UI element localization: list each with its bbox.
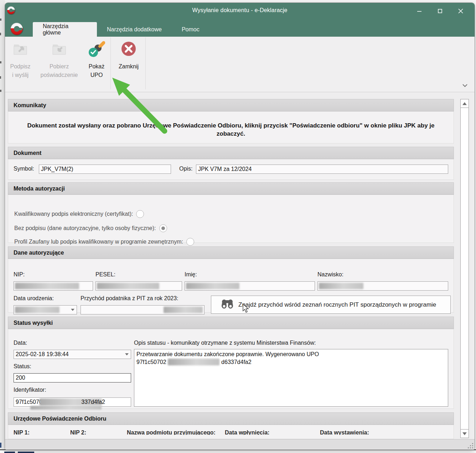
arrow-down-icon [462, 432, 467, 435]
section-header: Dokument [8, 147, 454, 159]
section-header: Komunikaty [8, 99, 454, 111]
tab-narzedzia-glowne[interactable]: Narzędzia główne [33, 22, 97, 37]
podpisz-i-wyslij-button[interactable]: Podpisz i wyślij [5, 38, 36, 89]
folder-receive-icon [51, 41, 68, 58]
data-label: Data: [14, 340, 27, 346]
chevron-down-icon [125, 353, 129, 355]
maximize-button[interactable] [430, 5, 450, 17]
section-title: Dokument [14, 150, 41, 156]
pobierz-poswiadczenie-button[interactable]: Pobierz poświadczenie [37, 38, 81, 89]
radio-label-bez-podpisu: Bez podpisu (dane autoryzacyjne, tylko o… [14, 225, 156, 231]
komunikaty-message: Dokument został wysłany oraz pobrano Urz… [17, 121, 445, 138]
identyfikator-label: Identyfikator: [14, 387, 46, 393]
identyfikator-suffix: 337d4fa2 [81, 399, 105, 405]
minimize-button[interactable] [409, 5, 430, 17]
ribbon-separator [145, 37, 146, 89]
section-upo: Urzędowe Poświadczenie Odbioru NIP 1: NI… [8, 412, 454, 439]
scroll-up-button[interactable] [460, 99, 469, 108]
znajdz-przychod-button[interactable]: Znajdź przychód wśród zeznań rocznych PI… [211, 296, 451, 314]
opis-statusu-line1: Przetwarzanie dokumentu zakończone popra… [136, 350, 446, 358]
radio-label-profil-zaufany: Profil Zaufany lub podpis kwalifikowany … [14, 239, 183, 245]
redacted-smudge [30, 406, 102, 410]
section-header: Urzędowe Poświadczenie Odbioru [8, 412, 454, 425]
pesel-field[interactable] [95, 281, 182, 291]
background-window-bottom [0, 449, 476, 453]
ribbon-tabs: Narzędzia główne Narzędzia dodatkowe Pom… [33, 22, 209, 37]
imie-label: Imię: [185, 271, 197, 278]
close-button[interactable] [450, 5, 471, 17]
binoculars-icon [221, 298, 234, 311]
upo-id-prefix: 97f1c50702 [136, 359, 166, 365]
app-window: Wysyłanie dokumentu - e-Deklaracje Narzę… [5, 3, 475, 449]
status-label: Status: [14, 363, 31, 370]
section-header: Status wysyłki [8, 317, 454, 329]
identyfikator-field[interactable]: 97f1c5070 337d4fa2 [14, 397, 131, 407]
ribbon: Podpisz i wyślij Pobierz poświadczenie [5, 37, 475, 92]
opis-statusu-label: Opis statusu - komunikaty otrzymane z sy… [134, 340, 316, 346]
tab-narzedzia-dodatkowe[interactable]: Narzędzia dodatkowe [97, 22, 172, 37]
folder-send-icon [12, 41, 29, 58]
radio-label-certyfikat: Kwalifikowany podpis elektroniczny (cert… [14, 211, 133, 217]
section-title: Dane autoryzujące [14, 250, 64, 256]
section-title: Komunikaty [14, 102, 46, 109]
section-dokument: Dokument Symbol: JPK_V7M(2) Opis: JPK V7… [8, 147, 454, 180]
opis-statusu-line2: 97f1c50702 d6337d4fa2 [136, 358, 446, 366]
upo-col-nip2: NIP 2: [70, 429, 86, 435]
section-dane-autoryzujace: Dane autoryzujące NIP: PESEL: Imię: Nazw… [8, 246, 454, 313]
scrollbar-track[interactable] [460, 108, 469, 429]
radio-profil-zaufany[interactable] [186, 238, 194, 246]
imie-field[interactable] [185, 281, 315, 291]
upo-col-nazwa: Nazwa podmiotu przyjmującego: [127, 429, 216, 435]
section-title: Urzędowe Poświadczenie Odbioru [14, 416, 107, 422]
radio-bez-podpisu[interactable] [159, 224, 167, 232]
nazwisko-field[interactable] [317, 281, 448, 291]
section-title: Metoda autoryzacji [14, 186, 65, 192]
nip-label: NIP: [14, 271, 25, 278]
window-title: Wysyłanie dokumentu - e-Deklaracje [5, 7, 475, 14]
opis-label: Opis: [179, 166, 192, 172]
data-urodzenia-combobox[interactable] [14, 305, 77, 314]
chevron-down-icon [71, 309, 74, 311]
statusbar [5, 439, 475, 450]
radio-certyfikat[interactable] [136, 210, 144, 218]
przychod-field[interactable] [81, 305, 205, 314]
identyfikator-prefix: 97f1c5070 [16, 399, 42, 405]
upo-col-data-wystawienia: Data wystawienia: [320, 429, 369, 435]
vertical-scrollbar[interactable] [460, 99, 469, 438]
opis-field[interactable]: JPK V7M za 12/2024 [196, 165, 448, 174]
section-header: Dane autoryzujące [8, 246, 454, 259]
background-window-sliver [0, 0, 5, 453]
pesel-label: PESEL: [95, 271, 115, 278]
resize-grip[interactable] [467, 443, 473, 448]
tab-pomoc[interactable]: Pomoc [172, 22, 209, 37]
collapse-ribbon-icon[interactable] [460, 82, 470, 88]
upo-column-headers: NIP 1: NIP 2: Nazwa podmiotu przyjmujące… [8, 429, 454, 435]
upo-col-data-wplyniecia: Data wpłynięcia: [225, 429, 269, 435]
file-menu-button[interactable] [11, 23, 23, 35]
section-header: Metoda autoryzacji [8, 182, 454, 195]
section-metoda-autoryzacji: Metoda autoryzacji Kwalifikowany podpis … [8, 182, 454, 243]
pokaz-upo-button[interactable]: Pokaż UPO [84, 38, 109, 89]
arrow-up-icon [462, 102, 467, 105]
symbol-label: Symbol: [14, 166, 34, 172]
data-urodzenia-label: Data urodzenia: [14, 295, 54, 302]
opis-statusu-textarea[interactable]: Przetwarzanie dokumentu zakończone popra… [134, 349, 448, 407]
znajdz-przychod-label: Znajdź przychód wśród zeznań rocznych PI… [238, 301, 436, 308]
data-value: 2025-02-18 19:38:44 [16, 351, 69, 358]
nazwisko-label: Nazwisko: [317, 271, 343, 278]
upo-id-suffix: d6337d4fa2 [221, 359, 252, 365]
data-combobox[interactable]: 2025-02-18 19:38:44 [14, 350, 131, 359]
section-status-wysylki: Status wysyłki Data: 2025-02-18 19:38:44… [8, 317, 454, 409]
stamp-check-icon [88, 41, 105, 59]
symbol-field[interactable]: JPK_V7M(2) [39, 165, 171, 174]
close-circle-icon [121, 41, 136, 58]
zamknij-button[interactable]: Zamknij [112, 38, 145, 89]
status-field[interactable]: 200 [14, 373, 131, 382]
przychod-label: Przychód podatnika z PIT za rok 2023: [81, 295, 178, 302]
section-komunikaty: Komunikaty Dokument został wysłany oraz … [8, 99, 454, 144]
nip-field[interactable] [14, 281, 93, 291]
ribbon-separator [110, 37, 111, 89]
titlebar: Wysyłanie dokumentu - e-Deklaracje Narzę… [5, 3, 475, 37]
section-title: Status wysyłki [14, 320, 53, 326]
scroll-down-button[interactable] [460, 429, 469, 438]
